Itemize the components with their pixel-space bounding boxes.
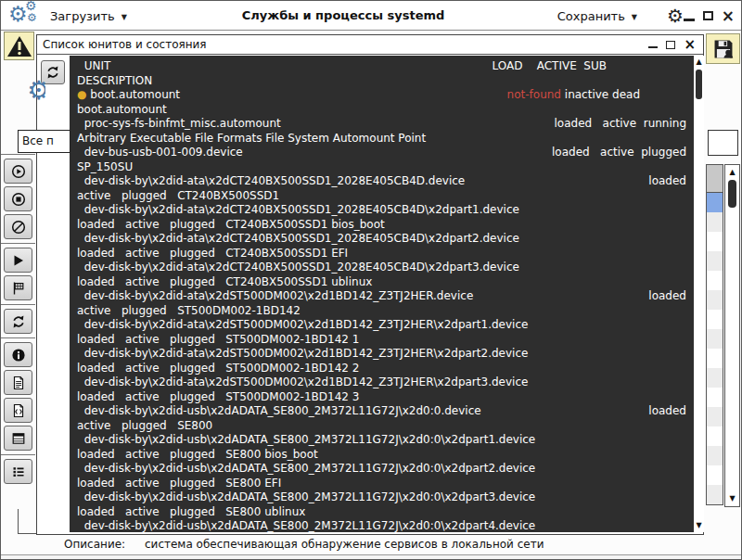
terminal-line: dev-disk-by\x2did-ata\x2dCT240BX500SSD1_… bbox=[77, 232, 686, 247]
terminal-line: dev-disk-by\x2did-ata\x2dCT240BX500SSD1_… bbox=[77, 261, 686, 275]
terminal-line: loaded active plugged CT240BX500SSD1 ubl… bbox=[77, 275, 686, 290]
filter-combobox-value: Все п bbox=[22, 134, 54, 147]
terminal-line: active plugged SE800 bbox=[77, 419, 686, 434]
dialog-title: Список юнитов и состояния bbox=[37, 38, 648, 51]
document-icon bbox=[11, 375, 26, 390]
list-button[interactable] bbox=[4, 459, 32, 484]
chevron-down-icon: ▼ bbox=[632, 11, 637, 21]
terminal-scroll-down-button[interactable]: ▼ bbox=[694, 521, 704, 530]
terminal-line: dev-disk-by\x2did-ata\x2dST500DM002\x2d1… bbox=[77, 347, 686, 362]
circled-play-button[interactable] bbox=[4, 159, 32, 184]
terminal-line: dev-disk-by\x2did-usb\x2dADATA_SE800_2M3… bbox=[77, 462, 686, 477]
dialog-minimize-button[interactable] bbox=[648, 46, 658, 49]
info-button[interactable] bbox=[4, 342, 32, 367]
terminal-line: dev-disk-by\x2did-ata\x2dST500DM002\x2d1… bbox=[77, 289, 686, 304]
terminal-line: DESCRIPTION bbox=[77, 74, 686, 89]
table-row[interactable] bbox=[707, 290, 723, 310]
save-button[interactable]: Сохранить ▼ bbox=[557, 1, 637, 31]
terminal-line: dev-disk-by\x2did-ata\x2dST500DM002\x2d1… bbox=[77, 318, 686, 333]
filter-combobox[interactable]: Все п bbox=[18, 130, 70, 153]
units-dialog: Список юнитов и состояния × UNITLOAD ACT… bbox=[36, 34, 704, 535]
table-row[interactable] bbox=[707, 329, 723, 349]
chevron-down-icon: ▼ bbox=[122, 11, 127, 21]
terminal-line: dev-disk-by\x2did-ata\x2dCT240BX500SSD1_… bbox=[77, 174, 686, 189]
table-row[interactable] bbox=[707, 426, 723, 446]
terminal-line: loaded active plugged ST500DM002-1BD142 … bbox=[77, 362, 686, 376]
terminal-scrollbar-thumb[interactable] bbox=[696, 70, 702, 99]
scroll-down-button[interactable]: ▼ bbox=[725, 494, 739, 503]
terminal-line: active plugged CT240BX500SSD1 bbox=[77, 189, 686, 204]
table-row[interactable] bbox=[707, 368, 723, 388]
minimize-button[interactable] bbox=[684, 19, 695, 21]
circled-stop-button[interactable] bbox=[4, 186, 32, 211]
table-row[interactable] bbox=[707, 349, 723, 368]
maximize-button[interactable] bbox=[703, 11, 713, 20]
description-label: Описание: bbox=[64, 538, 125, 551]
table-icon bbox=[11, 431, 26, 446]
stop-circle-icon bbox=[11, 192, 26, 207]
dialog-maximize-button[interactable] bbox=[666, 41, 675, 49]
terminal-line: loaded active plugged CT240BX500SSD1 EFI bbox=[77, 247, 686, 261]
scrollbar-thumb[interactable] bbox=[728, 180, 736, 208]
sidebar-separator bbox=[1, 454, 35, 455]
terminal-line: loaded active plugged SE800 EFI bbox=[77, 477, 686, 491]
table-row-selected[interactable] bbox=[707, 193, 723, 212]
terminal-scrollbar[interactable]: ▲ ▼ bbox=[694, 56, 704, 532]
dialog-controls: × bbox=[648, 38, 703, 51]
terminal-line: loaded active plugged CT240BX500SSD1 bio… bbox=[77, 218, 686, 233]
sidebar-separator bbox=[1, 243, 35, 244]
app-window: ⚙ ⚙ ⚙ Загрузить ▼ Службы и процессы syst… bbox=[0, 0, 742, 560]
play-icon bbox=[11, 253, 26, 268]
refresh-button[interactable] bbox=[4, 309, 32, 334]
description-value: система обеспечивающая обнаружение серви… bbox=[145, 538, 544, 551]
code-file-button[interactable] bbox=[4, 398, 32, 423]
terminal-line: UNITLOAD ACTIVE SUB bbox=[77, 59, 686, 74]
terminal-line: dev-disk-by\x2did-ata\x2dST500DM002\x2d1… bbox=[77, 375, 686, 390]
table-header-cell[interactable] bbox=[707, 165, 723, 193]
save-button-label: Сохранить bbox=[557, 9, 625, 23]
settings-gear-button[interactable]: ⚙ bbox=[667, 4, 684, 28]
left-sidebar bbox=[4, 153, 34, 484]
flag-button[interactable] bbox=[4, 275, 32, 300]
warning-button[interactable] bbox=[4, 32, 34, 60]
table-row[interactable] bbox=[707, 407, 723, 426]
main-toolbar: ⚙ ⚙ ⚙ Загрузить ▼ Службы и процессы syst… bbox=[1, 1, 741, 31]
terminal-line: dev-bus-usb-001-009.deviceloaded active … bbox=[77, 146, 686, 160]
terminal-line: dev-disk-by\x2did-usb\x2dADATA_SE800_2M3… bbox=[77, 519, 686, 532]
terminal-scroll-up-button[interactable]: ▲ bbox=[694, 57, 704, 67]
flag-icon bbox=[11, 281, 26, 296]
table-row[interactable] bbox=[707, 251, 723, 271]
scroll-up-button[interactable]: ▲ bbox=[725, 168, 739, 177]
table-row[interactable] bbox=[707, 465, 723, 485]
play-circle-icon bbox=[11, 164, 26, 179]
table-row[interactable] bbox=[707, 485, 723, 504]
info-icon bbox=[11, 348, 26, 363]
table-row[interactable] bbox=[707, 212, 723, 232]
terminal-line: dev-disk-by\x2did-usb\x2dADATA_SE800_2M3… bbox=[77, 490, 686, 505]
table-row[interactable] bbox=[707, 446, 723, 465]
code-file-icon bbox=[11, 403, 26, 418]
main-table-scrollbar[interactable]: ▲ ▼ bbox=[724, 164, 740, 507]
terminal-line: ● boot.automountnot-found inactive dead bbox=[77, 88, 686, 103]
filter-input-fragment[interactable] bbox=[708, 130, 738, 156]
play-button[interactable] bbox=[4, 248, 32, 273]
ban-button[interactable] bbox=[4, 214, 32, 239]
save-as-button[interactable] bbox=[706, 33, 740, 64]
terminal-line: dev-disk-by\x2did-usb\x2dADATA_SE800_2M3… bbox=[77, 404, 686, 419]
table-row[interactable] bbox=[707, 232, 723, 251]
dialog-close-button[interactable]: × bbox=[684, 38, 696, 51]
refresh-icon bbox=[11, 314, 26, 329]
terminal-line: loaded active plugged SE800 ublinux bbox=[77, 505, 686, 520]
load-button[interactable]: Загрузить ▼ bbox=[50, 1, 127, 31]
table-row[interactable] bbox=[707, 271, 723, 290]
units-table-fragment bbox=[706, 164, 723, 505]
table-button[interactable] bbox=[4, 426, 32, 451]
table-row[interactable] bbox=[707, 388, 723, 407]
dialog-titlebar: Список юнитов и состояния × bbox=[37, 35, 703, 55]
close-button[interactable]: × bbox=[722, 8, 735, 23]
terminal-line: loaded active plugged ST500DM002-1BD142 … bbox=[77, 333, 686, 348]
sidebar-separator bbox=[1, 337, 35, 338]
list-icon bbox=[11, 465, 26, 479]
document-button[interactable] bbox=[4, 370, 32, 395]
table-row[interactable] bbox=[707, 310, 723, 329]
